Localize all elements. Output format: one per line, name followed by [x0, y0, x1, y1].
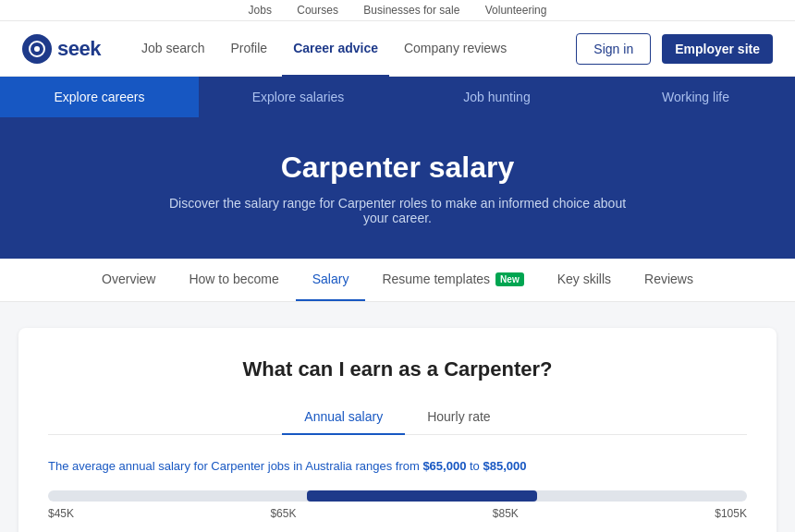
topbar-link-jobs[interactable]: Jobs: [249, 4, 272, 17]
sub-nav-explore-salaries[interactable]: Explore salaries: [199, 77, 398, 117]
main-nav: Job search Profile Career advice Company…: [130, 21, 576, 77]
logo[interactable]: seek: [22, 34, 101, 64]
tab-resume-templates[interactable]: Resume templates New: [365, 259, 540, 301]
tab-reviews[interactable]: Reviews: [628, 259, 710, 301]
topbar-link-businesses[interactable]: Businesses for sale: [363, 4, 459, 17]
main-content: What can I earn as a Carpenter? Annual s…: [0, 302, 795, 532]
tab-overview[interactable]: Overview: [85, 259, 172, 301]
tab-salary[interactable]: Salary: [296, 259, 366, 301]
seek-logo-svg: [28, 40, 46, 58]
nav-profile[interactable]: Profile: [219, 21, 278, 77]
hero-title: Carpenter salary: [18, 151, 777, 185]
salary-range-low: $65,000: [422, 459, 466, 473]
salary-label-65k: $65K: [270, 507, 296, 520]
salary-bar-container: $45K $65K $85K $105K: [48, 490, 747, 520]
salary-label-105k: $105K: [715, 507, 747, 520]
header: seek Job search Profile Career advice Co…: [0, 21, 795, 77]
salary-bar-fill: [307, 490, 537, 502]
tab-how-to-become[interactable]: How to become: [172, 259, 295, 301]
salary-label-85k: $85K: [493, 507, 519, 520]
topbar-link-volunteering[interactable]: Volunteering: [485, 4, 547, 17]
logo-text: seek: [57, 37, 101, 61]
salary-info-text: The average annual salary for Carpenter …: [48, 457, 747, 476]
sub-nav-job-hunting[interactable]: Job hunting: [398, 77, 596, 117]
tab-resume-label: Resume templates: [382, 272, 490, 286]
sign-in-button[interactable]: Sign in: [576, 33, 651, 65]
salary-tab-annual[interactable]: Annual salary: [282, 400, 405, 435]
tab-key-skills[interactable]: Key skills: [541, 259, 628, 301]
salary-tabs: Annual salary Hourly rate: [48, 400, 747, 435]
salary-label-45k: $45K: [48, 507, 74, 520]
nav-career-advice[interactable]: Career advice: [282, 21, 389, 77]
sub-nav-explore-careers[interactable]: Explore careers: [0, 77, 199, 117]
hero-description: Discover the salary range for Carpenter …: [157, 196, 638, 225]
salary-card: What can I earn as a Carpenter? Annual s…: [18, 328, 777, 532]
new-badge: New: [495, 272, 524, 286]
salary-range-high: $85,000: [483, 459, 526, 473]
svg-point-1: [34, 46, 40, 52]
logo-icon: [22, 34, 52, 64]
nav-job-search[interactable]: Job search: [130, 21, 215, 77]
salary-tab-hourly[interactable]: Hourly rate: [405, 400, 512, 435]
hero-section: Carpenter salary Discover the salary ran…: [0, 117, 795, 259]
card-title: What can I earn as a Carpenter?: [48, 357, 747, 381]
header-actions: Sign in Employer site: [576, 33, 773, 65]
salary-labels: $45K $65K $85K $105K: [48, 507, 747, 520]
sub-nav-working-life[interactable]: Working life: [596, 77, 795, 117]
page-tabs: Overview How to become Salary Resume tem…: [0, 259, 795, 302]
nav-company-reviews[interactable]: Company reviews: [393, 21, 518, 77]
sub-nav: Explore careers Explore salaries Job hun…: [0, 77, 795, 117]
employer-site-button[interactable]: Employer site: [662, 34, 773, 64]
salary-bar-track: [48, 490, 747, 502]
top-bar: Jobs Courses Businesses for sale Volunte…: [0, 0, 795, 21]
topbar-link-courses[interactable]: Courses: [297, 4, 338, 17]
